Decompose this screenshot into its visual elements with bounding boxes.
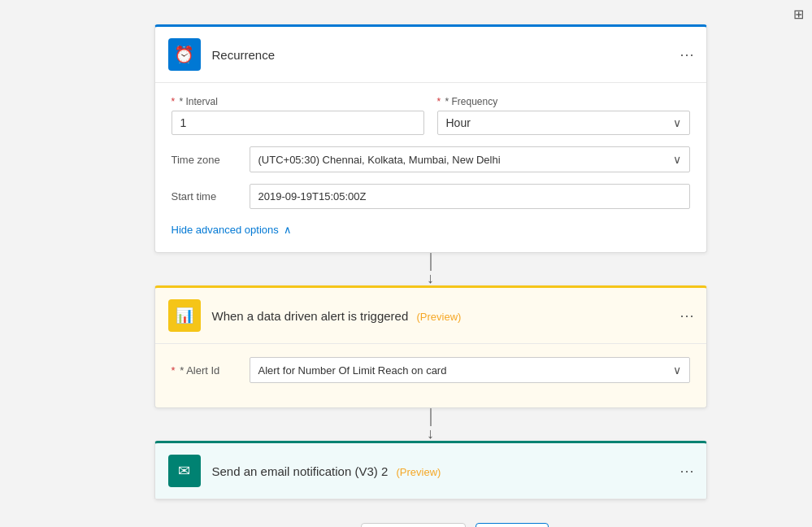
new-step-button[interactable]: + New step xyxy=(361,523,465,527)
starttime-label: Start time xyxy=(172,190,237,203)
email-card: ✉ Send an email notification (V3) 2 (Pre… xyxy=(154,441,707,500)
recurrence-card: ⏰ Recurrence ··· * * Interval xyxy=(154,24,707,253)
hide-advanced-label: Hide advanced options xyxy=(172,224,279,236)
connector-2: ↓ xyxy=(427,408,434,441)
alertid-value: Alert for Number Of Limit Reach on card xyxy=(258,364,447,377)
starttime-input[interactable] xyxy=(250,184,690,209)
arrow-down-1: ↓ xyxy=(427,271,434,285)
freq-required: * xyxy=(437,96,441,107)
frequency-value: Hour xyxy=(446,116,471,129)
bottom-actions: + New step Save xyxy=(361,523,548,527)
alert-preview: (Preview) xyxy=(416,311,461,323)
timezone-select[interactable]: (UTC+05:30) Chennai, Kolkata, Mumbai, Ne… xyxy=(250,146,690,172)
connector-line-1 xyxy=(430,253,432,271)
interval-label: * * Interval xyxy=(172,96,424,107)
envelope-icon: ✉ xyxy=(178,462,190,480)
email-title: Send an email notification (V3) 2 (Previ… xyxy=(212,464,693,478)
recurrence-title: Recurrence xyxy=(212,48,693,62)
arrow-down-2: ↓ xyxy=(427,426,434,441)
alertid-label: * * Alert Id xyxy=(172,364,237,377)
timezone-label: Time zone xyxy=(172,154,237,166)
recurrence-more-button[interactable]: ··· xyxy=(680,46,694,63)
email-icon-bg: ✉ xyxy=(168,455,201,487)
hide-advanced-button[interactable]: Hide advanced options ∧ xyxy=(172,220,292,239)
interval-required: * xyxy=(172,96,176,107)
frequency-chevron: ∨ xyxy=(673,116,681,129)
alertid-select[interactable]: Alert for Number Of Limit Reach on card … xyxy=(250,357,690,383)
recurrence-card-body: * * Interval * * Frequency Hour ∨ xyxy=(155,83,706,252)
alert-card: 📊 When a data driven alert is triggered … xyxy=(154,285,707,408)
alertid-row: * * Alert Id Alert for Number Of Limit R… xyxy=(172,357,690,383)
alert-card-header: 📊 When a data driven alert is triggered … xyxy=(155,288,706,344)
email-more-button[interactable]: ··· xyxy=(680,463,694,480)
chevron-up-icon: ∧ xyxy=(284,224,292,236)
alert-title: When a data driven alert is triggered (P… xyxy=(212,309,693,323)
clock-icon: ⏰ xyxy=(174,45,194,64)
page-container: ⊞ ⏰ Recurrence ··· * * Interval xyxy=(0,0,812,527)
interval-input[interactable] xyxy=(172,111,424,135)
timezone-row: Time zone (UTC+05:30) Chennai, Kolkata, … xyxy=(172,146,690,172)
save-button[interactable]: Save xyxy=(475,523,549,527)
starttime-row: Start time xyxy=(172,184,690,209)
grid-icon: ⊞ xyxy=(793,7,804,22)
connector-line-2 xyxy=(430,408,432,426)
alert-more-button[interactable]: ··· xyxy=(680,307,694,324)
alert-icon-bg: 📊 xyxy=(168,299,201,332)
top-right-area: ⊞ xyxy=(793,7,804,22)
interval-frequency-row: * * Interval * * Frequency Hour ∨ xyxy=(172,96,690,135)
flow-container: ⏰ Recurrence ··· * * Interval xyxy=(154,24,707,527)
recurrence-card-header: ⏰ Recurrence ··· xyxy=(155,27,706,83)
connector-1: ↓ xyxy=(427,253,434,285)
alertid-chevron: ∨ xyxy=(673,364,681,377)
alert-card-body: * * Alert Id Alert for Number Of Limit R… xyxy=(155,344,706,407)
email-preview: (Preview) xyxy=(396,466,441,478)
timezone-chevron: ∨ xyxy=(673,153,681,166)
bar-chart-icon: 📊 xyxy=(176,307,193,324)
frequency-select[interactable]: Hour ∨ xyxy=(437,111,690,135)
frequency-label: * * Frequency xyxy=(437,96,690,107)
timezone-value: (UTC+05:30) Chennai, Kolkata, Mumbai, Ne… xyxy=(258,154,501,166)
interval-group: * * Interval xyxy=(172,96,424,135)
recurrence-icon-bg: ⏰ xyxy=(168,38,201,71)
email-card-header: ✉ Send an email notification (V3) 2 (Pre… xyxy=(155,443,706,499)
frequency-group: * * Frequency Hour ∨ xyxy=(437,96,690,135)
